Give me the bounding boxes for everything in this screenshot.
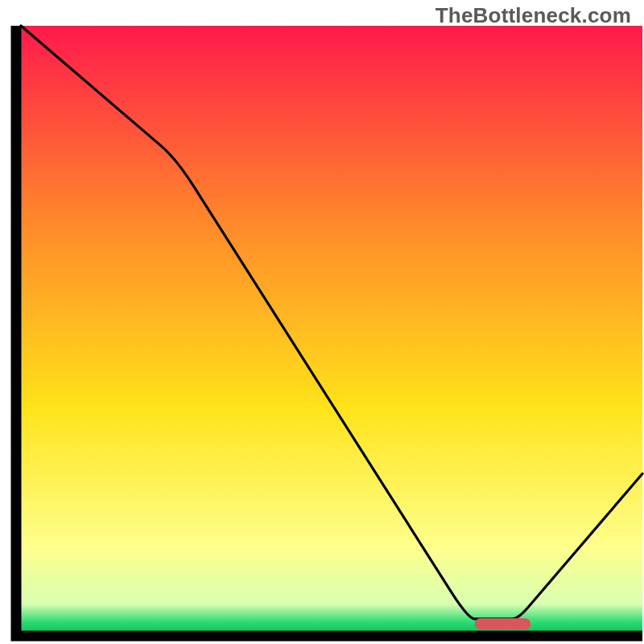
bottleneck-chart xyxy=(0,0,644,644)
watermark-text: TheBottleneck.com xyxy=(436,3,631,28)
chart-container: { "watermark": "TheBottleneck.com", "cha… xyxy=(0,0,644,644)
plot-background xyxy=(21,26,642,631)
optimal-range-marker xyxy=(475,618,530,630)
